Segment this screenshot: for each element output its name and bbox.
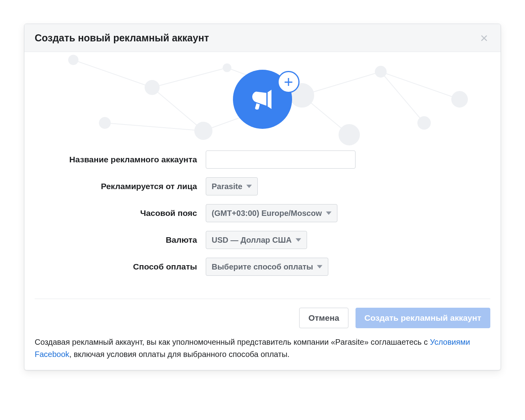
svg-point-16 (195, 122, 212, 139)
create-ad-account-button[interactable]: Создать рекламный аккаунт (356, 308, 490, 328)
modal-title: Создать новый рекламный аккаунт (35, 32, 209, 44)
chevron-down-icon (296, 238, 301, 242)
form-area: Название рекламного аккаунта Рекламирует… (24, 147, 501, 296)
advertiser-select[interactable]: Parasite (206, 177, 258, 195)
currency-select[interactable]: USD — Доллар США (206, 231, 307, 249)
svg-point-17 (339, 125, 359, 145)
currency-selected-value: USD — Доллар США (212, 236, 292, 245)
account-name-input[interactable] (206, 151, 356, 169)
svg-line-8 (105, 123, 203, 131)
create-ad-account-modal: Создать новый рекламный аккаунт × (24, 24, 501, 370)
plus-icon: + (277, 71, 300, 93)
advertiser-label: Рекламируется от лица (24, 182, 206, 191)
svg-line-0 (73, 60, 152, 87)
advertiser-selected-value: Parasite (212, 182, 242, 191)
svg-point-12 (223, 64, 231, 72)
payment-label: Способ оплаты (24, 262, 206, 271)
svg-point-15 (452, 91, 467, 107)
svg-point-14 (375, 66, 386, 77)
svg-point-18 (418, 117, 430, 129)
close-icon[interactable]: × (478, 31, 490, 45)
svg-line-5 (152, 87, 203, 131)
chevron-down-icon (317, 265, 322, 269)
timezone-select[interactable]: (GMT+03:00) Europe/Moscow (206, 204, 337, 222)
modal-header: Создать новый рекламный аккаунт × (24, 24, 501, 52)
svg-line-1 (152, 68, 227, 87)
timezone-label: Часовой пояс (24, 208, 206, 218)
svg-point-19 (99, 117, 110, 128)
payment-selected-value: Выберите способ оплаты (212, 262, 313, 271)
chevron-down-icon (326, 211, 331, 215)
cancel-button-label: Отмена (308, 313, 339, 323)
disclaimer-part1: Создавая рекламный аккаунт, вы как уполн… (35, 338, 430, 346)
svg-point-11 (145, 80, 159, 95)
payment-select[interactable]: Выберите способ оплаты (206, 258, 328, 276)
cancel-button[interactable]: Отмена (299, 308, 348, 328)
create-ad-account-button-label: Создать рекламный аккаунт (365, 313, 481, 323)
disclaimer-text: Создавая рекламный аккаунт, вы как уполн… (24, 331, 501, 370)
footer-actions: Отмена Создать рекламный аккаунт (24, 299, 501, 331)
timezone-selected-value: (GMT+03:00) Europe/Moscow (212, 209, 322, 218)
currency-label: Валюта (24, 235, 206, 245)
hero-illustration: + (24, 52, 501, 147)
svg-line-3 (302, 72, 381, 95)
disclaimer-part2: , включая условия оплаты для выбранного … (69, 350, 290, 359)
account-name-label: Название рекламного аккаунта (24, 155, 206, 164)
svg-point-10 (69, 55, 78, 65)
chevron-down-icon (246, 184, 252, 188)
